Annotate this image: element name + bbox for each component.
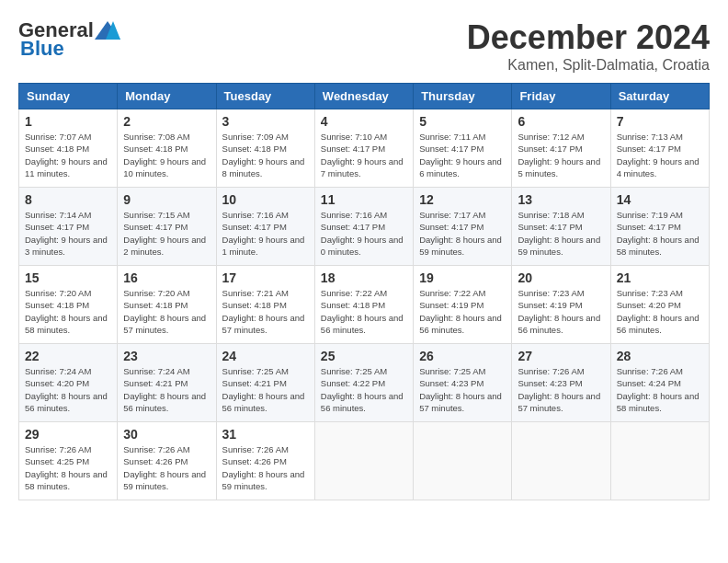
day-cell-5: 5Sunrise: 7:11 AM Sunset: 4:17 PM Daylig… <box>414 109 512 188</box>
day-info-20: Sunrise: 7:23 AM Sunset: 4:19 PM Dayligh… <box>518 287 604 336</box>
day-info-21: Sunrise: 7:23 AM Sunset: 4:20 PM Dayligh… <box>617 287 703 336</box>
day-number-13: 13 <box>518 192 604 207</box>
day-cell-15: 15Sunrise: 7:20 AM Sunset: 4:18 PM Dayli… <box>19 266 118 344</box>
day-cell-1: 1Sunrise: 7:07 AM Sunset: 4:18 PM Daylig… <box>19 109 118 188</box>
subtitle: Kamen, Split-Dalmatia, Croatia <box>467 57 710 74</box>
day-info-8: Sunrise: 7:14 AM Sunset: 4:17 PM Dayligh… <box>25 209 111 258</box>
day-info-11: Sunrise: 7:16 AM Sunset: 4:17 PM Dayligh… <box>321 209 407 258</box>
day-number-28: 28 <box>617 349 703 363</box>
empty-cell <box>610 422 709 500</box>
day-cell-24: 24Sunrise: 7:25 AM Sunset: 4:21 PM Dayli… <box>216 344 314 422</box>
day-info-14: Sunrise: 7:19 AM Sunset: 4:17 PM Dayligh… <box>617 209 703 258</box>
day-number-23: 23 <box>123 349 210 363</box>
day-cell-2: 2Sunrise: 7:08 AM Sunset: 4:18 PM Daylig… <box>118 109 216 188</box>
day-cell-4: 4Sunrise: 7:10 AM Sunset: 4:17 PM Daylig… <box>314 109 413 188</box>
day-info-6: Sunrise: 7:12 AM Sunset: 4:17 PM Dayligh… <box>518 131 604 179</box>
day-info-15: Sunrise: 7:20 AM Sunset: 4:18 PM Dayligh… <box>25 287 111 336</box>
day-number-5: 5 <box>419 114 506 129</box>
logo-blue: Blue <box>20 37 64 61</box>
day-number-20: 20 <box>518 270 604 285</box>
day-number-14: 14 <box>617 192 703 207</box>
day-cell-12: 12Sunrise: 7:17 AM Sunset: 4:17 PM Dayli… <box>414 188 512 266</box>
day-cell-7: 7Sunrise: 7:13 AM Sunset: 4:17 PM Daylig… <box>610 109 709 188</box>
day-number-21: 21 <box>617 270 703 285</box>
day-info-5: Sunrise: 7:11 AM Sunset: 4:17 PM Dayligh… <box>419 131 506 179</box>
day-number-31: 31 <box>222 427 309 442</box>
col-saturday: Saturday <box>610 84 709 109</box>
day-cell-20: 20Sunrise: 7:23 AM Sunset: 4:19 PM Dayli… <box>512 266 610 344</box>
logo-icon <box>95 21 120 40</box>
day-number-1: 1 <box>25 114 111 129</box>
day-number-22: 22 <box>25 349 111 363</box>
day-cell-13: 13Sunrise: 7:18 AM Sunset: 4:17 PM Dayli… <box>512 188 610 266</box>
day-number-9: 9 <box>123 192 210 207</box>
day-number-19: 19 <box>419 270 506 285</box>
day-cell-17: 17Sunrise: 7:21 AM Sunset: 4:18 PM Dayli… <box>216 266 314 344</box>
day-cell-3: 3Sunrise: 7:09 AM Sunset: 4:18 PM Daylig… <box>216 109 314 188</box>
day-number-30: 30 <box>123 427 210 442</box>
day-info-24: Sunrise: 7:25 AM Sunset: 4:21 PM Dayligh… <box>222 365 309 414</box>
day-info-17: Sunrise: 7:21 AM Sunset: 4:18 PM Dayligh… <box>222 287 309 336</box>
title-section: December 2024 Kamen, Split-Dalmatia, Cro… <box>467 18 710 74</box>
day-cell-28: 28Sunrise: 7:26 AM Sunset: 4:24 PM Dayli… <box>610 344 709 422</box>
day-info-26: Sunrise: 7:25 AM Sunset: 4:23 PM Dayligh… <box>419 365 506 414</box>
day-cell-8: 8Sunrise: 7:14 AM Sunset: 4:17 PM Daylig… <box>19 188 118 266</box>
day-info-10: Sunrise: 7:16 AM Sunset: 4:17 PM Dayligh… <box>222 209 309 258</box>
calendar-week-5: 29Sunrise: 7:26 AM Sunset: 4:25 PM Dayli… <box>19 422 710 500</box>
day-number-24: 24 <box>222 349 309 363</box>
day-info-19: Sunrise: 7:22 AM Sunset: 4:19 PM Dayligh… <box>419 287 506 336</box>
day-info-25: Sunrise: 7:25 AM Sunset: 4:22 PM Dayligh… <box>321 365 407 414</box>
col-thursday: Thursday <box>414 84 512 109</box>
day-info-13: Sunrise: 7:18 AM Sunset: 4:17 PM Dayligh… <box>518 209 604 258</box>
day-info-28: Sunrise: 7:26 AM Sunset: 4:24 PM Dayligh… <box>617 365 703 414</box>
day-info-30: Sunrise: 7:26 AM Sunset: 4:26 PM Dayligh… <box>123 443 210 492</box>
day-cell-9: 9Sunrise: 7:15 AM Sunset: 4:17 PM Daylig… <box>118 188 216 266</box>
day-number-11: 11 <box>321 192 407 207</box>
day-cell-26: 26Sunrise: 7:25 AM Sunset: 4:23 PM Dayli… <box>414 344 512 422</box>
day-number-26: 26 <box>419 349 506 363</box>
day-cell-27: 27Sunrise: 7:26 AM Sunset: 4:23 PM Dayli… <box>512 344 610 422</box>
day-cell-18: 18Sunrise: 7:22 AM Sunset: 4:18 PM Dayli… <box>314 266 413 344</box>
day-info-4: Sunrise: 7:10 AM Sunset: 4:17 PM Dayligh… <box>321 131 407 179</box>
day-cell-16: 16Sunrise: 7:20 AM Sunset: 4:18 PM Dayli… <box>118 266 216 344</box>
day-number-18: 18 <box>321 270 407 285</box>
col-wednesday: Wednesday <box>314 84 413 109</box>
col-monday: Monday <box>118 84 216 109</box>
day-info-29: Sunrise: 7:26 AM Sunset: 4:25 PM Dayligh… <box>25 443 111 492</box>
day-number-3: 3 <box>222 114 309 129</box>
day-info-27: Sunrise: 7:26 AM Sunset: 4:23 PM Dayligh… <box>518 365 604 414</box>
day-info-23: Sunrise: 7:24 AM Sunset: 4:21 PM Dayligh… <box>123 365 210 414</box>
day-cell-29: 29Sunrise: 7:26 AM Sunset: 4:25 PM Dayli… <box>19 422 118 500</box>
logo: General Blue <box>18 18 121 61</box>
calendar-week-3: 15Sunrise: 7:20 AM Sunset: 4:18 PM Dayli… <box>19 266 710 344</box>
day-cell-31: 31Sunrise: 7:26 AM Sunset: 4:26 PM Dayli… <box>216 422 314 500</box>
day-cell-6: 6Sunrise: 7:12 AM Sunset: 4:17 PM Daylig… <box>512 109 610 188</box>
day-cell-21: 21Sunrise: 7:23 AM Sunset: 4:20 PM Dayli… <box>610 266 709 344</box>
day-number-2: 2 <box>123 114 210 129</box>
day-number-27: 27 <box>518 349 604 363</box>
day-cell-10: 10Sunrise: 7:16 AM Sunset: 4:17 PM Dayli… <box>216 188 314 266</box>
day-cell-11: 11Sunrise: 7:16 AM Sunset: 4:17 PM Dayli… <box>314 188 413 266</box>
empty-cell <box>414 422 512 500</box>
day-number-10: 10 <box>222 192 309 207</box>
day-number-6: 6 <box>518 114 604 129</box>
day-info-1: Sunrise: 7:07 AM Sunset: 4:18 PM Dayligh… <box>25 131 111 179</box>
day-cell-25: 25Sunrise: 7:25 AM Sunset: 4:22 PM Dayli… <box>314 344 413 422</box>
day-number-4: 4 <box>321 114 407 129</box>
day-number-8: 8 <box>25 192 111 207</box>
day-info-3: Sunrise: 7:09 AM Sunset: 4:18 PM Dayligh… <box>222 131 309 179</box>
day-number-12: 12 <box>419 192 506 207</box>
day-number-7: 7 <box>617 114 703 129</box>
day-info-18: Sunrise: 7:22 AM Sunset: 4:18 PM Dayligh… <box>321 287 407 336</box>
calendar-header-row: Sunday Monday Tuesday Wednesday Thursday… <box>19 84 710 109</box>
empty-cell <box>512 422 610 500</box>
day-cell-14: 14Sunrise: 7:19 AM Sunset: 4:17 PM Dayli… <box>610 188 709 266</box>
empty-cell <box>314 422 413 500</box>
page-header: General Blue December 2024 Kamen, Split-… <box>18 18 710 74</box>
day-info-22: Sunrise: 7:24 AM Sunset: 4:20 PM Dayligh… <box>25 365 111 414</box>
day-number-25: 25 <box>321 349 407 363</box>
month-title: December 2024 <box>467 18 710 57</box>
day-cell-19: 19Sunrise: 7:22 AM Sunset: 4:19 PM Dayli… <box>414 266 512 344</box>
col-friday: Friday <box>512 84 610 109</box>
day-info-2: Sunrise: 7:08 AM Sunset: 4:18 PM Dayligh… <box>123 131 210 179</box>
